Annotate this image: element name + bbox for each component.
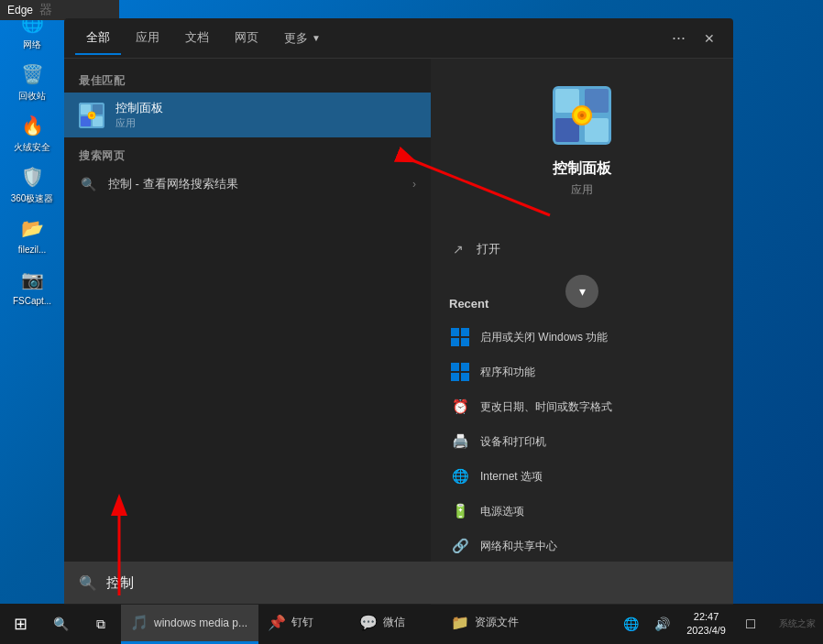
desktop: Edge 器 🌐 网络 🗑️ 回收站 🔥 火绒安全 🛡️ 360极速器 📂 fi… [0,0,823,644]
search-results-left: 最佳匹配 [64,59,431,605]
fire-icon: 🔥 [17,111,47,140]
programs-icon [449,361,471,383]
desktop-icon-recycle[interactable]: 🗑️ 回收站 [5,56,60,105]
best-match-label: 最佳匹配 [64,70,431,93]
filemanager-label: 资源文件 [475,615,519,630]
power-icon: 🔋 [449,500,471,522]
tab-web[interactable]: 网页 [224,22,269,55]
taskbar-apps: 🎵 windows media p... 📌 钉钉 💬 微信 📁 资源文件 [121,604,609,644]
dingding-icon: 📌 [268,614,286,631]
close-button[interactable]: ✕ [697,27,722,49]
tab-more[interactable]: 更多 ▼ [273,23,332,54]
recent-item-network[interactable]: 🔗 网络和共享中心 [449,529,715,563]
more-options-button[interactable]: ··· [664,25,693,51]
clock-time: 22:47 [694,610,719,624]
tray-volume-icon[interactable]: 🔊 [648,604,675,644]
taskbar-app-dingding[interactable]: 📌 钉钉 [258,604,350,644]
task-view-icon: ⧉ [96,617,105,632]
windows-media-icon: 🎵 [130,614,148,631]
search-detail-right: 控制面板 应用 ↗ 打开 ▾ Recent [431,59,733,605]
search-icon: 🔍 [79,175,97,193]
best-match-subtitle: 应用 [115,116,416,130]
taskbar-app-wechat[interactable]: 💬 微信 [350,604,442,644]
recent-item-datetime[interactable]: ⏰ 更改日期、时间或数字格式 [449,389,715,424]
browser-label: 网络 [23,39,41,50]
start-button[interactable]: ⊞ [0,604,40,644]
search-input[interactable] [106,575,719,591]
recent-text-6: 网络和共享中心 [480,539,557,554]
svg-rect-22 [461,373,469,381]
svg-rect-17 [451,338,459,346]
svg-rect-20 [461,363,469,371]
tray-network-icon[interactable]: 🌐 [617,604,644,644]
search-icon: 🔍 [53,617,69,631]
taskbar-search-button[interactable]: 🔍 [40,604,81,644]
taskbar-app-filemanager[interactable]: 📁 资源文件 [442,604,533,644]
tab-apps[interactable]: 应用 [125,22,170,55]
desktop-icon-360[interactable]: 🛡️ 360极速器 [5,158,60,208]
watermark: 系统之家 [772,617,823,630]
filezilla-icon: 📂 [17,213,47,243]
windows-logo-icon: ⊞ [14,614,27,634]
open-icon: ↗ [449,240,467,258]
devices-icon: 🖨️ [449,431,471,453]
web-search-text: 控制 - 查看网络搜索结果 [108,176,238,192]
detail-icon-container [545,86,619,145]
task-view-button[interactable]: ⧉ [81,604,121,644]
open-action[interactable]: ↗ 打开 [449,231,715,267]
best-match-item[interactable]: 控制面板 应用 [64,93,431,137]
recent-item-devices[interactable]: 🖨️ 设备和打印机 [449,424,715,459]
recent-text-1: 程序和功能 [480,365,535,380]
recent-text-5: 电源选项 [480,504,524,519]
notification-button[interactable]: □ [737,604,764,644]
chevron-down-icon: ▾ [579,284,586,299]
search-bar: 🔍 [64,562,733,604]
best-match-title: 控制面板 [115,100,416,116]
arrow-right-icon: › [412,178,416,191]
recent-text-0: 启用或关闭 Windows 功能 [480,330,608,345]
recent-item-programs[interactable]: 程序和功能 [449,355,715,389]
desktop-icon-fscapture[interactable]: 📷 FSCapt... [5,261,60,311]
recent-item-windows-features[interactable]: 启用或关闭 Windows 功能 [449,320,715,355]
svg-point-14 [580,114,584,117]
svg-rect-18 [461,338,469,346]
network-icon: 🔗 [449,535,471,557]
search-content: 最佳匹配 [64,59,733,605]
desktop-icon-fire[interactable]: 🔥 火绒安全 [5,107,60,157]
search-overlay: 全部 应用 文档 网页 更多 ▼ ··· ✕ 最佳匹配 [64,18,733,605]
expand-button[interactable]: ▾ [565,275,598,308]
desktop-icon-filezilla[interactable]: 📂 filezil... [5,210,60,259]
filemanager-icon: 📁 [451,614,469,631]
fscapture-icon: 📷 [17,265,47,294]
taskbar-app-windows-media[interactable]: 🎵 windows media p... [121,604,258,644]
windows-features-icon [449,326,471,348]
internet-icon: 🌐 [449,465,471,487]
recent-item-power[interactable]: 🔋 电源选项 [449,494,715,529]
recent-item-internet[interactable]: 🌐 Internet 选项 [449,459,715,494]
dingding-label: 钉钉 [291,615,313,630]
360-icon: 🛡️ [17,162,47,191]
svg-rect-19 [451,363,459,371]
recycle-label: 回收站 [18,91,46,102]
tab-docs[interactable]: 文档 [174,22,220,55]
edge-label: Edge [7,4,33,16]
edge-browser-bar: Edge 器 [0,0,119,20]
detail-title: 控制面板 [553,159,611,179]
system-tray: 🌐 🔊 22:47 2023/4/9 □ [609,604,772,644]
web-search-item[interactable]: 🔍 控制 - 查看网络搜索结果 › [64,168,431,201]
fscapture-label: FSCapt... [13,296,51,307]
tray-clock[interactable]: 22:47 2023/4/9 [679,610,733,639]
web-search-label: 搜索网页 [64,145,431,168]
360-label: 360极速器 [11,193,54,204]
datetime-icon: ⏰ [449,396,471,418]
svg-rect-15 [451,328,459,336]
control-panel-small-icon [79,103,104,128]
chevron-down-icon: ▼ [312,33,321,43]
tab-all[interactable]: 全部 [75,22,121,55]
wechat-icon: 💬 [359,614,378,631]
recent-text-2: 更改日期、时间或数字格式 [480,399,612,415]
filezilla-label: filezil... [18,245,47,256]
best-match-text: 控制面板 应用 [115,100,416,130]
notification-icon: □ [746,616,755,632]
desktop-icon-area: 🌐 网络 🗑️ 回收站 🔥 火绒安全 🛡️ 360极速器 📂 filezil..… [0,0,64,644]
